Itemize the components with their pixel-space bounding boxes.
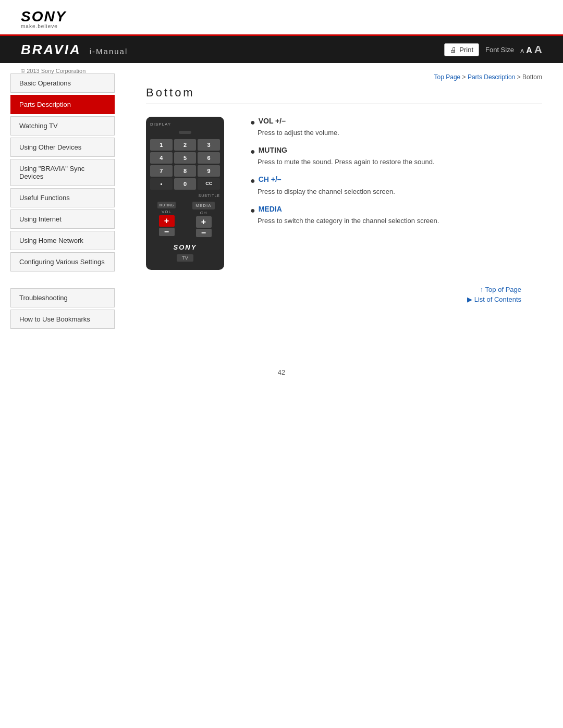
copyright: © 2013 Sony Corporation	[21, 68, 85, 74]
desc-item-vol: ● VOL +/– Press to adjust the volume.	[250, 117, 542, 137]
sidebar-item-bookmarks[interactable]: How to Use Bookmarks	[10, 310, 115, 329]
sidebar: Basic Operations Parts Description Watch…	[0, 63, 125, 348]
desc-bullet-media: ● MEDIA	[250, 205, 542, 215]
remote-key-cc: CC	[198, 178, 220, 190]
sidebar-item-basic-operations[interactable]: Basic Operations	[10, 73, 115, 93]
bullet-icon-media: ●	[250, 205, 255, 215]
remote-vol-minus: −	[159, 228, 175, 236]
sony-brand: SONY	[21, 9, 542, 24]
remote-graphic: DISPLAY 1 2 3 4 5 6 7 8 9 •	[146, 117, 224, 270]
sidebar-item-watching-tv[interactable]: Watching TV	[10, 116, 115, 135]
print-label: Print	[459, 46, 473, 54]
nav-bar: BRAVIA i-Manual 🖨 Print Font Size A A A	[0, 36, 563, 63]
sidebar-divider	[0, 280, 125, 288]
desc-item-media: ● MEDIA Press to switch the category in …	[250, 205, 542, 225]
breadcrumb: Top Page > Parts Description > Bottom	[146, 73, 542, 81]
remote-key-3: 3	[198, 139, 220, 151]
sidebar-item-using-other-devices[interactable]: Using Other Devices	[10, 138, 115, 157]
desc-title-ch[interactable]: CH +/–	[259, 175, 282, 183]
remote-key-0: 0	[174, 178, 197, 190]
desc-item-muting: ● MUTING Press to mute the sound. Press …	[250, 146, 542, 166]
remote-tv-button: TV	[177, 254, 193, 262]
font-large-button[interactable]: A	[534, 43, 542, 56]
remote-muting-btn: MUTING	[157, 202, 176, 208]
sidebar-item-parts-description[interactable]: Parts Description	[10, 95, 115, 114]
remote-vol-ch-row: MUTING VOL + − MEDIA CH	[150, 202, 220, 237]
font-small-button[interactable]: A	[520, 48, 524, 54]
top-of-page-link[interactable]: Top of Page	[146, 286, 521, 293]
desc-title-muting: MUTING	[259, 146, 287, 154]
sidebar-item-bravia-sync[interactable]: Using "BRAVIA" Sync Devices	[10, 159, 115, 186]
remote-key-9: 9	[198, 165, 220, 177]
remote-key-1: 1	[150, 139, 173, 151]
font-size-label: Font Size	[485, 46, 514, 54]
title-divider	[146, 104, 542, 104]
remote-key-4: 4	[150, 152, 173, 164]
remote-image: DISPLAY 1 2 3 4 5 6 7 8 9 •	[146, 117, 229, 270]
remote-key-5: 5	[174, 152, 197, 164]
page-title: Bottom	[146, 86, 542, 100]
desc-item-ch: ● CH +/– Press to display the channel se…	[250, 175, 542, 195]
sony-tagline: make.believe	[21, 24, 542, 29]
remote-vol-plus: +	[159, 215, 175, 227]
sidebar-group-main: Basic Operations Parts Description Watch…	[0, 73, 125, 272]
sidebar-item-using-internet[interactable]: Using Internet	[10, 209, 115, 229]
header-top: SONY make.believe	[0, 0, 563, 36]
bullet-icon-vol: ●	[250, 117, 255, 127]
list-of-contents-link[interactable]: List of Contents	[146, 295, 521, 303]
breadcrumb-top-page[interactable]: Top Page	[434, 73, 461, 81]
remote-media-area: MEDIA	[192, 202, 214, 209]
sidebar-item-troubleshooting[interactable]: Troubleshooting	[10, 288, 115, 307]
desc-bullet-muting: ● MUTING	[250, 146, 542, 156]
page-number: 42	[0, 368, 563, 376]
remote-key-7: 7	[150, 165, 173, 177]
remote-display-button	[179, 131, 191, 134]
remote-vol-section: MUTING VOL + −	[150, 202, 183, 237]
main-wrapper: Basic Operations Parts Description Watch…	[0, 63, 563, 376]
remote-media-btn: MEDIA	[192, 202, 214, 209]
font-size-controls: A A A	[520, 43, 542, 56]
remote-key-8: 8	[174, 165, 197, 177]
font-medium-button[interactable]: A	[526, 46, 532, 55]
print-icon: 🖨	[450, 46, 457, 54]
footer-links: Top of Page List of Contents	[146, 286, 542, 303]
remote-key-dot: •	[150, 178, 173, 190]
nav-bar-right: 🖨 Print Font Size A A A	[444, 43, 542, 56]
remote-key-2: 2	[174, 139, 197, 151]
desc-bullet-vol: ● VOL +/–	[250, 117, 542, 127]
remote-subtitle-label: SUBTITLE	[150, 194, 220, 198]
remote-sony-label: SONY	[174, 243, 197, 251]
breadcrumb-current: Bottom	[522, 73, 542, 81]
remote-display-label: DISPLAY	[150, 122, 220, 127]
sony-logo: SONY make.believe	[21, 9, 542, 29]
desc-text-vol: Press to adjust the volume.	[250, 129, 542, 137]
desc-title-vol: VOL +/–	[259, 117, 286, 125]
bullet-icon-ch: ●	[250, 176, 255, 186]
descriptions-area: ● VOL +/– Press to adjust the volume. ● …	[250, 117, 542, 270]
breadcrumb-parts-description[interactable]: Parts Description	[468, 73, 515, 81]
bullet-icon-muting: ●	[250, 146, 255, 156]
remote-numpad: 1 2 3 4 5 6 7 8 9 • 0 CC	[150, 139, 220, 190]
sidebar-group-secondary: Troubleshooting How to Use Bookmarks	[0, 288, 125, 329]
desc-bullet-ch: ● CH +/–	[250, 175, 542, 186]
sidebar-item-configuring-settings[interactable]: Configuring Various Settings	[10, 252, 115, 272]
sidebar-item-using-home-network[interactable]: Using Home Network	[10, 231, 115, 250]
bravia-title: BRAVIA	[21, 42, 81, 58]
content-body: DISPLAY 1 2 3 4 5 6 7 8 9 •	[146, 117, 542, 270]
sidebar-item-useful-functions[interactable]: Useful Functions	[10, 188, 115, 207]
remote-ch-label: CH	[200, 211, 207, 215]
desc-title-media[interactable]: MEDIA	[259, 205, 282, 213]
desc-text-ch: Press to display the channel selection s…	[250, 188, 542, 195]
remote-ch-section: MEDIA CH + −	[187, 202, 220, 237]
desc-text-muting: Press to mute the sound. Press again to …	[250, 158, 542, 166]
desc-text-media: Press to switch the category in the chan…	[250, 217, 542, 225]
imanual-label: i-Manual	[90, 47, 128, 56]
remote-vol-label: VOL	[162, 209, 172, 214]
main-layout: Basic Operations Parts Description Watch…	[0, 63, 563, 348]
remote-muting-vol: MUTING	[157, 202, 176, 208]
remote-ch-minus: −	[196, 229, 212, 237]
remote-key-6: 6	[198, 152, 220, 164]
nav-bar-left: BRAVIA i-Manual	[21, 42, 128, 58]
content-area: Top Page > Parts Description > Bottom Bo…	[125, 63, 563, 348]
print-button[interactable]: 🖨 Print	[444, 43, 479, 56]
